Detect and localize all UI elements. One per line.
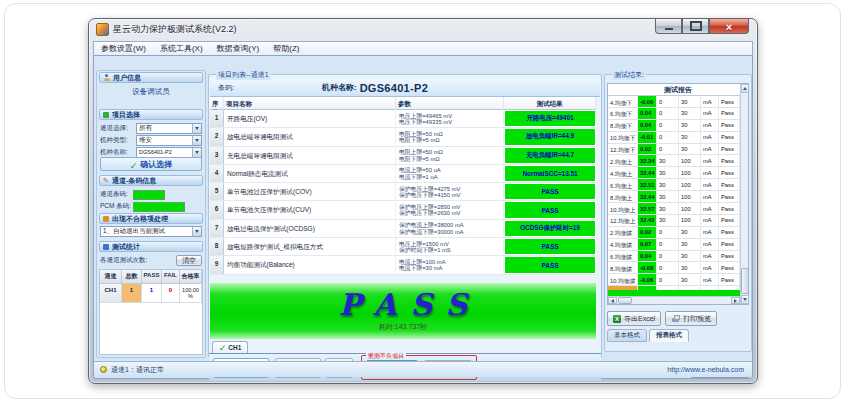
report-result: Pass — [719, 120, 740, 131]
report-row[interactable]: 4.均衡下 -0.06 0 30 mA Pass — [608, 96, 740, 108]
menu-help[interactable]: 帮助(Z) — [266, 43, 306, 54]
fail-handling-value: 1、自动退出当前测试 — [101, 227, 192, 236]
report-row[interactable]: 12.均衡上 32.42 30 100 mA Pass — [608, 215, 740, 227]
model-name-dropdown[interactable]: DGS6401-P2 — [136, 147, 202, 158]
report-row[interactable]: 8.均衡拔 -0.08 0 30 mA Pass — [608, 262, 740, 274]
scroll-down-button[interactable] — [741, 295, 749, 304]
maximize-button[interactable] — [682, 19, 709, 34]
scrollbar-thumb[interactable] — [741, 268, 749, 294]
stats-total-value: 1 — [122, 284, 142, 303]
clear-button[interactable]: 清空 — [176, 255, 202, 266]
menu-system-tools[interactable]: 系统工具(X) — [153, 43, 210, 54]
test-report-table: 测试报告 4.均衡下 -0.06 0 30 mA — [607, 83, 749, 305]
report-unit: mA — [701, 120, 719, 131]
report-min: 0 — [657, 132, 679, 143]
report-row[interactable]: 8.均衡下 0.04 0 30 mA Pass — [608, 120, 740, 132]
test-item-row[interactable]: 4 Normal静态电流测试 电流上限=50 uA 电流下限=1 uA Norm… — [210, 165, 596, 183]
scroll-left-button[interactable] — [608, 297, 617, 304]
dropdown-button[interactable] — [192, 136, 201, 145]
report-row[interactable]: 6.均衡下 0.04 0 30 mA Pass — [608, 108, 740, 120]
report-row[interactable]: 2.均衡上 32.34 30 100 mA Pass — [608, 155, 740, 167]
chevron-down-icon — [195, 151, 199, 154]
report-row[interactable]: 12.均衡下 0.02 0 30 mA Pass — [608, 144, 740, 156]
center-panel: 项目列表--通道1 条码: 机种名称: DGS6401-P2 序号 项目名称 参… — [208, 70, 602, 358]
report-unit: mA — [701, 239, 719, 250]
item-number: 6 — [210, 201, 224, 218]
check-icon — [219, 343, 227, 353]
model-type-label: 机种类型: — [100, 136, 136, 145]
vertical-scrollbar[interactable] — [740, 84, 748, 304]
report-item-name: 12.均衡上 — [608, 215, 638, 226]
report-item-name: 10.均衡上 — [608, 203, 638, 214]
operator-name[interactable]: 设备调试员 — [97, 87, 205, 97]
report-result: Pass — [719, 132, 740, 143]
dropdown-button[interactable] — [192, 227, 201, 236]
tab-report-format[interactable]: 报表格式 — [649, 329, 689, 342]
fail-handling-dropdown[interactable]: 1、自动退出当前测试 — [100, 226, 202, 237]
report-row[interactable]: 10.均衡拔 -0.06 0 30 mA Pass — [608, 274, 740, 286]
report-row[interactable]: 2.均衡拔 0.02 0 30 mA Pass — [608, 227, 740, 239]
app-icon — [96, 23, 109, 36]
scroll-right-button[interactable] — [731, 297, 740, 304]
report-result: Pass — [719, 108, 740, 119]
menu-data-query[interactable]: 数据查询(Y) — [210, 43, 267, 54]
report-row[interactable]: 10.均衡下 -0.01 0 30 mA Pass — [608, 132, 740, 144]
report-result: Pass — [719, 203, 740, 214]
channel-barcode-row: 通道条码: — [100, 189, 165, 200]
report-row[interactable]: 6.均衡上 32.51 30 100 mA Pass — [608, 179, 740, 191]
print-preview-button[interactable]: 打印预览 — [665, 311, 717, 326]
report-row[interactable]: 6.均衡拔 0.04 0 30 mA Pass — [608, 251, 740, 263]
report-max: 100 — [679, 167, 701, 178]
report-item-name: 8.均衡下 — [608, 120, 638, 131]
minimize-icon — [665, 22, 673, 30]
report-min: 0 — [657, 108, 679, 119]
result-text: PASS — [542, 243, 559, 250]
channel-select-dropdown[interactable]: 所有 — [136, 123, 202, 134]
test-item-row[interactable]: 9 均衡功能测试(Balance) 电流上限=100 mA 电流下限=30 mA… — [210, 256, 596, 274]
report-row[interactable]: 4.均衡上 32.44 30 100 mA Pass — [608, 167, 740, 179]
test-item-row[interactable]: 3 充电总端导通电阻测试 电阻上限=50 mΩ 电阻下限=5 mΩ 充电负端IR… — [210, 147, 596, 165]
test-item-row[interactable]: 2 放电总端导通电阻测试 电阻上限=50 mΩ 电阻下限=5 mΩ 放电负端IR… — [210, 128, 596, 146]
confirm-selection-button[interactable]: 确认选择 — [100, 157, 202, 171]
test-item-row[interactable]: 7 放电过电流保护测试(OCDSG) 保护电流上限=38000 mA 保护电流下… — [210, 220, 596, 238]
report-row[interactable]: 4.均衡拔 0.07 0 30 mA Pass — [608, 239, 740, 251]
statistics-table: 通道 总数 PASS FAIL 合格率 CH1 1 1 0 100.00 % — [99, 269, 203, 355]
dropdown-button[interactable] — [192, 124, 201, 133]
test-item-row[interactable]: 5 单节电池过压保护测试(COV) 保护电压上限=4275 mV 保护电压下限=… — [210, 183, 596, 201]
close-button[interactable] — [709, 19, 749, 34]
report-measured-value: 32.51 — [638, 179, 657, 190]
report-row[interactable]: 10.均衡上 32.57 30 100 mA Pass — [608, 203, 740, 215]
report-min: 0 — [657, 239, 679, 250]
title-bar[interactable]: 星云动力保护板测试系统(V2.2) — [89, 19, 757, 41]
close-icon — [726, 17, 732, 35]
test-item-row[interactable]: 1 开路电压(OV) 电压上限=49465 mV 电压下限=49335 mV 开… — [210, 110, 596, 128]
item-parameters: 电流上限=50 uA 电流下限=1 uA — [396, 165, 504, 182]
minimize-button[interactable] — [655, 19, 682, 34]
channel-tab-ch1[interactable]: CH1 — [212, 341, 248, 353]
blue-square-icon — [103, 244, 109, 250]
pcm-barcode-field[interactable] — [133, 202, 185, 212]
chevron-down-icon — [195, 230, 199, 233]
report-item-name: 8.均衡上 — [608, 191, 638, 202]
status-url[interactable]: http://www.e-nebula.com — [667, 366, 744, 373]
channel-barcode-field[interactable] — [133, 190, 165, 200]
report-rows: 4.均衡下 -0.06 0 30 mA Pass 6.均衡下 — [608, 96, 740, 298]
hscrollbar-thumb[interactable] — [618, 297, 632, 304]
model-type-dropdown[interactable]: 维安 — [136, 135, 202, 146]
scroll-up-button[interactable] — [741, 84, 749, 93]
format-tabs: 基本格式 报表格式 — [607, 329, 691, 342]
tab-basic-format[interactable]: 基本格式 — [607, 329, 647, 342]
test-count-label: 各通道测试次数: — [100, 256, 147, 265]
statistics-header: 测试统计 — [99, 241, 203, 252]
report-max: 30 — [679, 274, 701, 285]
menu-parameter-settings[interactable]: 参数设置(W) — [94, 43, 153, 54]
export-excel-button[interactable]: 导出Excel — [607, 311, 661, 326]
test-item-row[interactable]: 6 单节电池欠压保护测试(CUV) 保护电压上限=2830 mV 保护电压下限=… — [210, 201, 596, 219]
result-cell: NormalSCC=13.51 — [505, 166, 595, 181]
stats-channel-value[interactable]: CH1 — [100, 284, 122, 303]
report-max: 100 — [679, 191, 701, 202]
report-row[interactable]: 8.均衡上 32.44 30 100 mA Pass — [608, 191, 740, 203]
horizontal-scrollbar[interactable] — [608, 296, 740, 304]
dropdown-button[interactable] — [192, 148, 201, 157]
test-item-row[interactable]: 8 放电短路保护测试_模拟电压方式 电压上限=1500 mV 保护时间下限=1 … — [210, 238, 596, 256]
